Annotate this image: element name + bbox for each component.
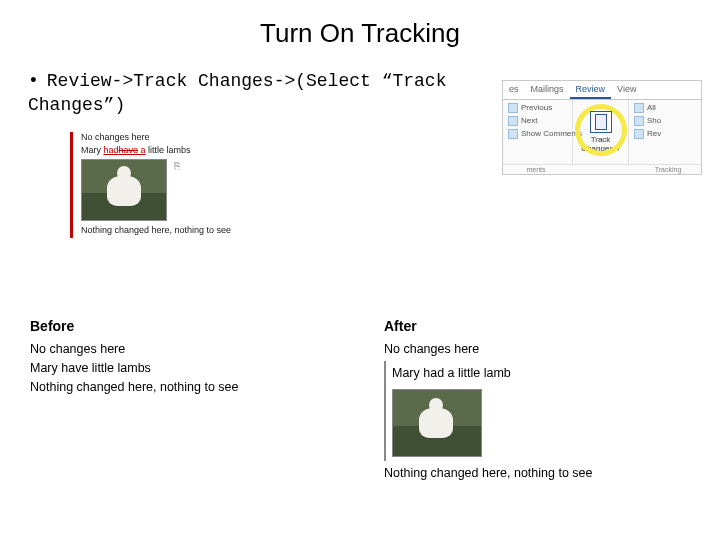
ribbon-tabs: es Mailings Review View [503,81,701,100]
after-line-3: Nothing changed here, nothing to see [384,466,698,480]
revision-bar [70,132,73,238]
after-line-2: Mary had a little lamb [392,366,511,380]
before-column: Before No changes here Mary have little … [30,318,344,485]
rev-line-1: No changes here [81,132,290,142]
ribbon-group-labels: ments Tracking [503,164,701,174]
after-tracked-block: Mary had a little lamb [384,361,698,461]
instruction-text: Review->Track Changes->(Select “Track Ch… [28,71,446,115]
ribbon-screenshot: es Mailings Review View Previous Next Sh… [502,80,702,175]
after-line-1: No changes here [384,342,698,356]
ribbon-tab-mailings: Mailings [525,81,570,99]
bullet-dot: • [28,71,47,91]
lamb-shape [107,176,141,206]
inserted-text: had [104,145,119,155]
show-comments-button: Show Comments [508,129,567,139]
ribbon-comments-group: Previous Next Show Comments [503,100,573,164]
lamb-image: ⎘ [81,159,167,221]
track-changes-icon [590,111,612,133]
show-markup-button: Sho [634,116,696,126]
before-line-1: No changes here [30,342,344,356]
before-after-compare: Before No changes here Mary have little … [30,318,698,485]
inserted-text-2: a [138,145,146,155]
all-markup-button: All [634,103,696,113]
rev-line-2: Mary hadhave a little lambs [81,145,290,155]
lamb-shape [419,408,453,438]
slide-title: Turn On Tracking [0,0,720,69]
ribbon-tab-partial: es [503,81,525,99]
change-bar [384,361,386,461]
before-line-3: Nothing changed here, nothing to see [30,380,344,394]
next-button: Next [508,116,567,126]
before-heading: Before [30,318,344,334]
track-changes-group: Track Changes ▾ [573,100,629,164]
ribbon-tab-view: View [611,81,642,99]
ribbon-tab-review: Review [570,81,612,99]
reviewing-pane-button: Rev [634,129,696,139]
track-changes-label: Track Changes ▾ [581,136,619,154]
after-column: After No changes here Mary had a little … [384,318,698,485]
anchor-icon: ⎘ [174,160,180,171]
previous-button: Previous [508,103,567,113]
before-line-2: Mary have little lambs [30,361,344,375]
deleted-text: have [119,145,139,155]
after-heading: After [384,318,698,334]
tracked-changes-example: No changes here Mary hadhave a little la… [70,132,290,238]
lamb-image-after [392,389,482,457]
rev-line-3: Nothing changed here, nothing to see [81,225,290,235]
chevron-down-icon: ▾ [616,144,620,153]
ribbon-body: Previous Next Show Comments Track Change… [503,100,701,164]
ribbon-right-group: All Sho Rev [629,100,701,164]
